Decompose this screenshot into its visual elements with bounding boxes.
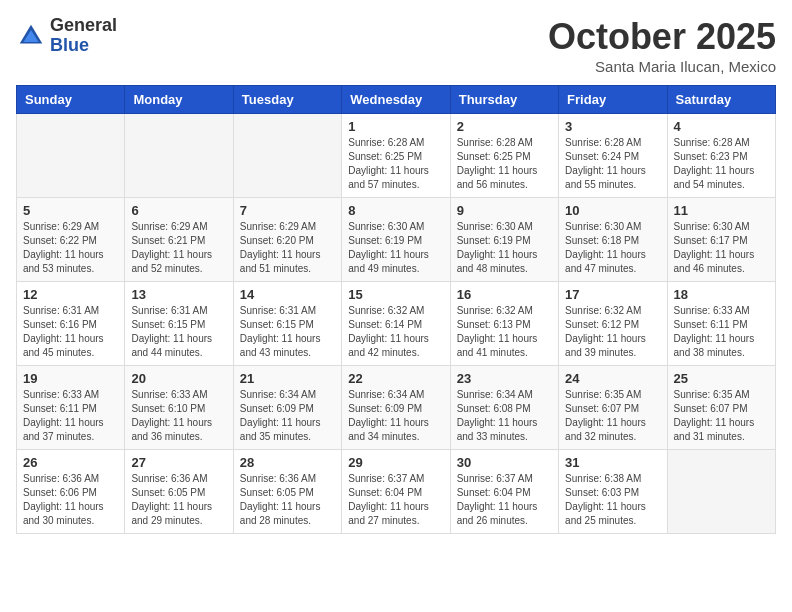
calendar-day-cell: 9Sunrise: 6:30 AM Sunset: 6:19 PM Daylig… [450, 198, 558, 282]
calendar-day-cell: 18Sunrise: 6:33 AM Sunset: 6:11 PM Dayli… [667, 282, 775, 366]
day-info: Sunrise: 6:33 AM Sunset: 6:11 PM Dayligh… [674, 304, 769, 360]
calendar-day-cell: 31Sunrise: 6:38 AM Sunset: 6:03 PM Dayli… [559, 450, 667, 534]
calendar-day-cell: 30Sunrise: 6:37 AM Sunset: 6:04 PM Dayli… [450, 450, 558, 534]
day-of-week-header: Thursday [450, 86, 558, 114]
day-info: Sunrise: 6:36 AM Sunset: 6:05 PM Dayligh… [131, 472, 226, 528]
day-number: 29 [348, 455, 443, 470]
day-info: Sunrise: 6:35 AM Sunset: 6:07 PM Dayligh… [565, 388, 660, 444]
calendar-day-cell: 22Sunrise: 6:34 AM Sunset: 6:09 PM Dayli… [342, 366, 450, 450]
day-info: Sunrise: 6:29 AM Sunset: 6:21 PM Dayligh… [131, 220, 226, 276]
title-block: October 2025 Santa Maria Ilucan, Mexico [548, 16, 776, 75]
day-number: 31 [565, 455, 660, 470]
logo: General Blue [16, 16, 117, 56]
day-number: 1 [348, 119, 443, 134]
day-number: 11 [674, 203, 769, 218]
day-info: Sunrise: 6:29 AM Sunset: 6:22 PM Dayligh… [23, 220, 118, 276]
calendar-day-cell: 5Sunrise: 6:29 AM Sunset: 6:22 PM Daylig… [17, 198, 125, 282]
calendar-day-cell: 10Sunrise: 6:30 AM Sunset: 6:18 PM Dayli… [559, 198, 667, 282]
calendar-header-row: SundayMondayTuesdayWednesdayThursdayFrid… [17, 86, 776, 114]
day-info: Sunrise: 6:34 AM Sunset: 6:09 PM Dayligh… [348, 388, 443, 444]
calendar-day-cell: 27Sunrise: 6:36 AM Sunset: 6:05 PM Dayli… [125, 450, 233, 534]
day-number: 17 [565, 287, 660, 302]
day-number: 4 [674, 119, 769, 134]
day-info: Sunrise: 6:34 AM Sunset: 6:08 PM Dayligh… [457, 388, 552, 444]
calendar-day-cell: 7Sunrise: 6:29 AM Sunset: 6:20 PM Daylig… [233, 198, 341, 282]
day-number: 15 [348, 287, 443, 302]
day-number: 14 [240, 287, 335, 302]
day-of-week-header: Monday [125, 86, 233, 114]
day-number: 28 [240, 455, 335, 470]
calendar-day-cell [125, 114, 233, 198]
day-info: Sunrise: 6:29 AM Sunset: 6:20 PM Dayligh… [240, 220, 335, 276]
calendar-day-cell: 8Sunrise: 6:30 AM Sunset: 6:19 PM Daylig… [342, 198, 450, 282]
day-number: 27 [131, 455, 226, 470]
calendar-day-cell [233, 114, 341, 198]
calendar-week-row: 1Sunrise: 6:28 AM Sunset: 6:25 PM Daylig… [17, 114, 776, 198]
day-info: Sunrise: 6:30 AM Sunset: 6:18 PM Dayligh… [565, 220, 660, 276]
day-number: 16 [457, 287, 552, 302]
calendar-week-row: 26Sunrise: 6:36 AM Sunset: 6:06 PM Dayli… [17, 450, 776, 534]
day-number: 24 [565, 371, 660, 386]
calendar-day-cell: 1Sunrise: 6:28 AM Sunset: 6:25 PM Daylig… [342, 114, 450, 198]
calendar-title: October 2025 [548, 16, 776, 58]
calendar-day-cell: 12Sunrise: 6:31 AM Sunset: 6:16 PM Dayli… [17, 282, 125, 366]
calendar-day-cell: 3Sunrise: 6:28 AM Sunset: 6:24 PM Daylig… [559, 114, 667, 198]
day-of-week-header: Tuesday [233, 86, 341, 114]
day-number: 19 [23, 371, 118, 386]
calendar-table: SundayMondayTuesdayWednesdayThursdayFrid… [16, 85, 776, 534]
calendar-day-cell: 16Sunrise: 6:32 AM Sunset: 6:13 PM Dayli… [450, 282, 558, 366]
day-number: 25 [674, 371, 769, 386]
day-of-week-header: Saturday [667, 86, 775, 114]
day-info: Sunrise: 6:36 AM Sunset: 6:06 PM Dayligh… [23, 472, 118, 528]
logo-blue-text: Blue [50, 36, 117, 56]
day-info: Sunrise: 6:31 AM Sunset: 6:15 PM Dayligh… [240, 304, 335, 360]
day-info: Sunrise: 6:30 AM Sunset: 6:19 PM Dayligh… [348, 220, 443, 276]
calendar-day-cell: 29Sunrise: 6:37 AM Sunset: 6:04 PM Dayli… [342, 450, 450, 534]
day-info: Sunrise: 6:28 AM Sunset: 6:23 PM Dayligh… [674, 136, 769, 192]
day-number: 2 [457, 119, 552, 134]
calendar-day-cell: 20Sunrise: 6:33 AM Sunset: 6:10 PM Dayli… [125, 366, 233, 450]
day-info: Sunrise: 6:38 AM Sunset: 6:03 PM Dayligh… [565, 472, 660, 528]
day-number: 3 [565, 119, 660, 134]
day-info: Sunrise: 6:37 AM Sunset: 6:04 PM Dayligh… [348, 472, 443, 528]
calendar-day-cell: 17Sunrise: 6:32 AM Sunset: 6:12 PM Dayli… [559, 282, 667, 366]
day-info: Sunrise: 6:31 AM Sunset: 6:16 PM Dayligh… [23, 304, 118, 360]
day-info: Sunrise: 6:30 AM Sunset: 6:19 PM Dayligh… [457, 220, 552, 276]
day-number: 18 [674, 287, 769, 302]
day-info: Sunrise: 6:32 AM Sunset: 6:12 PM Dayligh… [565, 304, 660, 360]
day-number: 26 [23, 455, 118, 470]
day-info: Sunrise: 6:28 AM Sunset: 6:25 PM Dayligh… [348, 136, 443, 192]
day-info: Sunrise: 6:31 AM Sunset: 6:15 PM Dayligh… [131, 304, 226, 360]
day-info: Sunrise: 6:32 AM Sunset: 6:14 PM Dayligh… [348, 304, 443, 360]
day-number: 5 [23, 203, 118, 218]
calendar-day-cell: 4Sunrise: 6:28 AM Sunset: 6:23 PM Daylig… [667, 114, 775, 198]
day-number: 10 [565, 203, 660, 218]
day-number: 22 [348, 371, 443, 386]
day-info: Sunrise: 6:32 AM Sunset: 6:13 PM Dayligh… [457, 304, 552, 360]
day-info: Sunrise: 6:36 AM Sunset: 6:05 PM Dayligh… [240, 472, 335, 528]
day-number: 9 [457, 203, 552, 218]
day-number: 8 [348, 203, 443, 218]
calendar-day-cell: 13Sunrise: 6:31 AM Sunset: 6:15 PM Dayli… [125, 282, 233, 366]
calendar-day-cell [17, 114, 125, 198]
logo-icon [16, 21, 46, 51]
calendar-day-cell: 14Sunrise: 6:31 AM Sunset: 6:15 PM Dayli… [233, 282, 341, 366]
calendar-day-cell: 21Sunrise: 6:34 AM Sunset: 6:09 PM Dayli… [233, 366, 341, 450]
logo-general-text: General [50, 16, 117, 36]
logo-text: General Blue [50, 16, 117, 56]
calendar-day-cell: 15Sunrise: 6:32 AM Sunset: 6:14 PM Dayli… [342, 282, 450, 366]
day-info: Sunrise: 6:33 AM Sunset: 6:10 PM Dayligh… [131, 388, 226, 444]
calendar-day-cell: 6Sunrise: 6:29 AM Sunset: 6:21 PM Daylig… [125, 198, 233, 282]
calendar-day-cell: 26Sunrise: 6:36 AM Sunset: 6:06 PM Dayli… [17, 450, 125, 534]
day-info: Sunrise: 6:30 AM Sunset: 6:17 PM Dayligh… [674, 220, 769, 276]
day-info: Sunrise: 6:28 AM Sunset: 6:24 PM Dayligh… [565, 136, 660, 192]
page-header: General Blue October 2025 Santa Maria Il… [16, 16, 776, 75]
day-number: 23 [457, 371, 552, 386]
day-info: Sunrise: 6:35 AM Sunset: 6:07 PM Dayligh… [674, 388, 769, 444]
day-info: Sunrise: 6:37 AM Sunset: 6:04 PM Dayligh… [457, 472, 552, 528]
day-number: 13 [131, 287, 226, 302]
day-info: Sunrise: 6:28 AM Sunset: 6:25 PM Dayligh… [457, 136, 552, 192]
calendar-day-cell: 24Sunrise: 6:35 AM Sunset: 6:07 PM Dayli… [559, 366, 667, 450]
calendar-day-cell [667, 450, 775, 534]
calendar-day-cell: 28Sunrise: 6:36 AM Sunset: 6:05 PM Dayli… [233, 450, 341, 534]
